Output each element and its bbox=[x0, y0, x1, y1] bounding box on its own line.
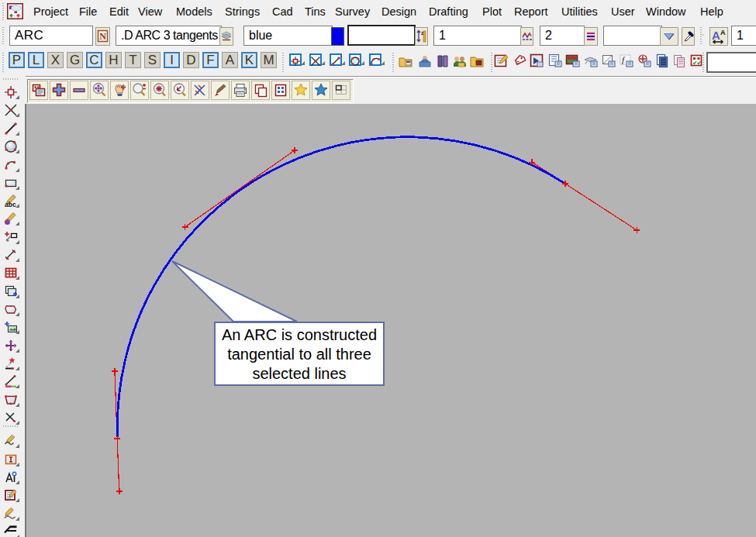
svg-text:A: A bbox=[712, 29, 720, 42]
svg-text:abc: abc bbox=[5, 201, 16, 208]
svg-text:A: A bbox=[720, 29, 726, 36]
svg-text:N: N bbox=[99, 31, 106, 42]
